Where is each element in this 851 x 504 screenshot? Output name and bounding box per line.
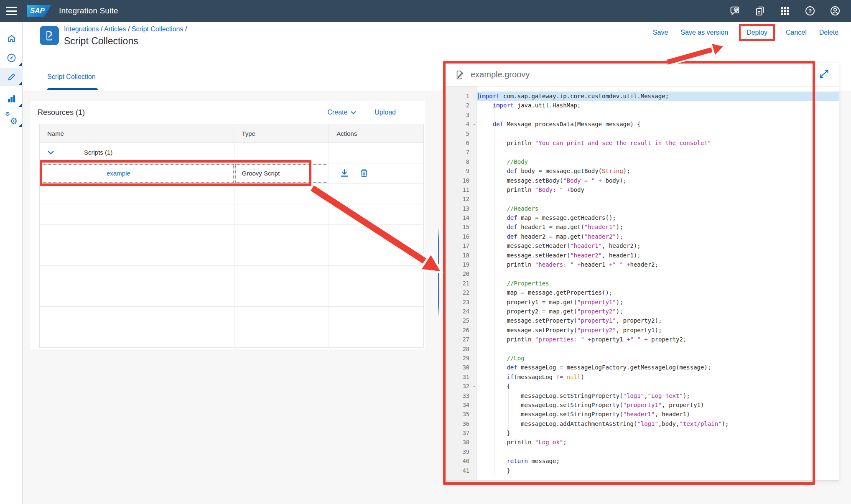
code-line[interactable]: messageLog.addAttachmentAsString("log1",… <box>477 419 839 428</box>
line-number: 7 <box>445 148 476 157</box>
code-line[interactable]: } <box>477 466 839 475</box>
code-line[interactable]: //Headers <box>477 204 839 213</box>
code-editor[interactable]: 1234▾56789101112131415161718192021222324… <box>445 87 839 480</box>
code-line[interactable] <box>477 129 839 138</box>
menu-icon[interactable] <box>6 7 17 15</box>
code-line[interactable]: { <box>477 382 839 391</box>
sidebar-item-settings[interactable]: ⚙⚙ <box>0 109 23 128</box>
code-line[interactable]: if(messageLog != null) <box>477 372 839 382</box>
code-line[interactable]: property1 = map.get("property1"); <box>477 298 839 307</box>
deploy-button[interactable]: Deploy <box>747 29 767 36</box>
code-line[interactable]: message.setHeader("header2", header1); <box>477 251 839 260</box>
page-header: Integrations / Articles / Script Collect… <box>23 22 851 63</box>
code-line[interactable]: import java.util.HashMap; <box>477 101 839 110</box>
code-line[interactable] <box>477 344 839 354</box>
upload-button[interactable]: Upload <box>375 109 396 116</box>
line-number: 8 <box>445 157 476 166</box>
code-line[interactable]: //Properties <box>477 279 839 288</box>
code-line[interactable]: message.setProperty("property1", propert… <box>477 316 839 325</box>
code-line[interactable]: def header2 = map.get("header2"); <box>477 232 839 241</box>
create-button[interactable]: Create <box>327 109 357 116</box>
delete-button[interactable]: Delete <box>819 28 838 38</box>
expand-icon[interactable] <box>818 68 830 81</box>
line-number: 15 <box>445 222 476 232</box>
table-header-row: Name Type Actions <box>40 124 423 143</box>
splitter-scrollbar[interactable] <box>438 228 439 317</box>
resource-type-label: Groovy Script <box>242 170 280 177</box>
code-line[interactable]: property2 = map.get("property2"); <box>477 307 839 316</box>
save-as-version-button[interactable]: Save as version <box>680 28 728 38</box>
table-row-example[interactable]: example Groovy Script <box>40 163 423 184</box>
breadcrumb-separator: / <box>99 25 104 33</box>
fold-marker[interactable]: ▾ <box>473 120 475 129</box>
code-line[interactable]: messageLog.setStringProperty("header1", … <box>477 410 839 419</box>
code-line[interactable]: def messageLog = messageLogFactory.getMe… <box>477 363 839 372</box>
code-line[interactable] <box>477 110 839 120</box>
code-line[interactable]: println "Log ok"; <box>477 438 839 447</box>
help-icon[interactable]: ? <box>804 5 816 17</box>
resource-name-link[interactable]: example <box>107 170 130 177</box>
sidebar-item-discover[interactable] <box>0 48 23 67</box>
line-number: 16 <box>445 232 476 241</box>
line-number: 29 <box>445 354 476 363</box>
code-line[interactable]: println "You can print and see the resul… <box>477 138 839 148</box>
line-number: 6 <box>445 138 476 148</box>
line-number: 40 <box>445 456 476 466</box>
trash-icon[interactable] <box>359 168 369 179</box>
table-row-empty <box>40 327 423 348</box>
download-icon[interactable] <box>339 168 350 179</box>
code-line[interactable] <box>477 447 839 456</box>
content-divider <box>23 363 441 363</box>
column-header-type[interactable]: Type <box>234 124 329 143</box>
copy-icon[interactable] <box>754 5 766 17</box>
code-line[interactable]: return message; <box>477 456 839 466</box>
sidebar-item-monitor[interactable] <box>0 89 23 108</box>
code-line[interactable]: message.setHeader("header1", header2); <box>477 241 839 250</box>
code-line[interactable] <box>477 194 839 204</box>
code-line[interactable]: message.setProperty("property2", propert… <box>477 326 839 335</box>
line-number: 19 <box>445 260 476 269</box>
code-line[interactable]: map = message.getProperties(); <box>477 288 839 297</box>
code-line[interactable] <box>477 269 839 278</box>
code-line[interactable]: def Message processData(Message message)… <box>477 120 839 129</box>
breadcrumb-link[interactable]: Articles <box>104 25 126 33</box>
table-row-empty <box>40 266 423 286</box>
code-line[interactable]: def body = message.getBody(String); <box>477 166 839 176</box>
code-line[interactable]: } <box>477 428 839 438</box>
code-line[interactable]: def header1 = map.get("header1"); <box>477 222 839 232</box>
code-line[interactable]: //Body <box>477 157 839 166</box>
line-number: 22 <box>445 288 476 297</box>
app-grid-icon[interactable] <box>779 5 791 17</box>
code-line[interactable]: def map = message.getHeaders(); <box>477 213 839 222</box>
code-line[interactable] <box>477 148 839 157</box>
sidebar-item-home[interactable] <box>0 29 23 48</box>
fold-marker[interactable]: ▾ <box>473 382 475 391</box>
code-line[interactable]: println "properties: " +property1 +" " +… <box>477 335 839 344</box>
code-line[interactable]: //Log <box>477 354 839 363</box>
sidebar-item-design[interactable] <box>0 68 23 86</box>
breadcrumb-link[interactable]: Script Collections <box>132 25 183 33</box>
column-header-actions[interactable]: Actions <box>329 124 423 143</box>
line-number: 31 <box>445 372 476 382</box>
code-line[interactable]: println "headers: " +header1 +" " +heade… <box>477 260 839 269</box>
code-line[interactable]: println "Body: " +body <box>477 185 839 194</box>
line-number: 13 <box>445 204 476 213</box>
column-header-name[interactable]: Name <box>40 124 234 143</box>
code-line[interactable]: import com.sap.gateway.ip.core.customdev… <box>477 92 839 101</box>
save-button[interactable]: Save <box>653 28 668 38</box>
cancel-button[interactable]: Cancel <box>786 28 807 38</box>
sap-logo[interactable]: SAP <box>27 5 51 17</box>
code-line[interactable]: messageLog.setStringProperty("log1","Log… <box>477 391 839 400</box>
table-row-empty <box>40 307 423 327</box>
tab-script-collection[interactable]: Script Collection <box>47 63 96 91</box>
shell-title: Integration Suite <box>59 6 118 15</box>
collapse-chevron-icon[interactable] <box>47 150 54 157</box>
feedback-icon[interactable] <box>729 5 741 17</box>
breadcrumb-link[interactable]: Integrations <box>64 25 99 33</box>
code-line[interactable]: messageLog.setStringProperty("property1"… <box>477 400 839 410</box>
gears-icon: ⚙⚙ <box>6 113 17 124</box>
profile-icon[interactable] <box>829 5 841 17</box>
editor-code[interactable]: import com.sap.gateway.ip.core.customdev… <box>477 87 839 480</box>
code-line[interactable]: message.setBody("Body = " + body); <box>477 176 839 185</box>
editor-gutter: 1234▾56789101112131415161718192021222324… <box>445 87 476 480</box>
